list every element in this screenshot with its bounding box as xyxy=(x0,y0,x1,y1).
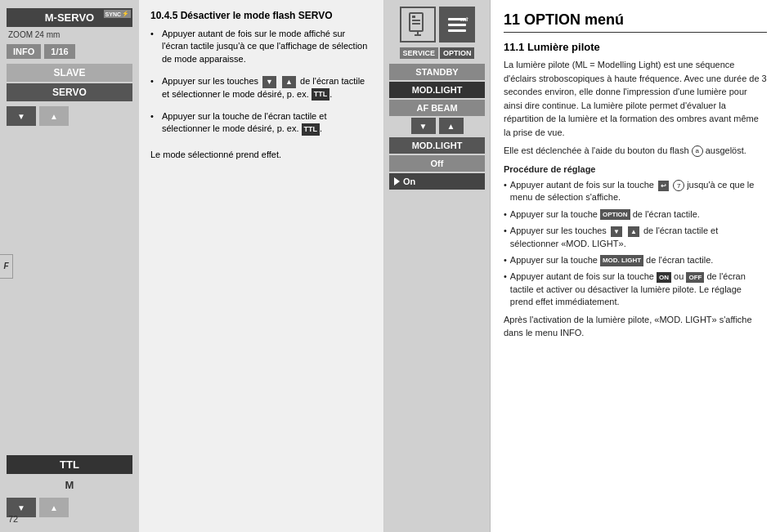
up-arrow-button-top[interactable]: ▲ xyxy=(39,106,69,126)
circle-num-flash: a xyxy=(692,145,703,157)
return-icon: ↩ xyxy=(658,181,669,191)
mod-light-header: MOD.LIGHT xyxy=(389,137,485,154)
svg-rect-0 xyxy=(410,13,423,31)
off-item[interactable]: Off xyxy=(389,155,485,172)
proc-bullet-2: • Appuyer sur la touche OPTION de l'écra… xyxy=(504,208,767,221)
ttl-tag: TTL xyxy=(312,88,330,101)
menu-up-arrow[interactable]: ▲ xyxy=(439,118,464,134)
m-label: M xyxy=(7,476,132,494)
bullet-dot-1: • xyxy=(150,28,159,65)
ttl-button[interactable]: TTL xyxy=(7,455,132,474)
footer-text: Après l'activation de la lumière pilote,… xyxy=(504,313,767,340)
zoom-label: ZOOM 24 mm xyxy=(7,30,132,39)
f-tab-label: F xyxy=(3,262,8,270)
selected-triangle xyxy=(394,177,400,186)
right-title: 11 OPTION menú xyxy=(504,11,767,33)
on-item[interactable]: On xyxy=(389,173,485,190)
body-para-1: La lumière pilote (ML = Modelling Light)… xyxy=(504,58,767,139)
menu-arrow-row: ▼ ▲ xyxy=(411,118,464,134)
down-arrow-button-top[interactable]: ▼ xyxy=(7,106,36,126)
slave-button[interactable]: SLAVE xyxy=(7,64,132,82)
svg-rect-7 xyxy=(448,24,466,26)
proc-title: Procédure de réglage xyxy=(504,163,767,177)
mode-text: Le mode sélectionné prend effet. xyxy=(150,149,372,161)
proc-dot-5: • xyxy=(504,270,507,308)
proc-dot-2: • xyxy=(504,208,507,221)
menu-icon: mift xyxy=(446,13,468,36)
standby-item[interactable]: STANDBY xyxy=(389,64,485,80)
svg-rect-2 xyxy=(412,20,420,21)
bullet-item-2: • Appuyer sur les touches ▼ ▲ de l'écran… xyxy=(150,75,372,101)
off-tag: OFF xyxy=(686,272,704,283)
menu-list: STANDBY MOD.LIGHT AF BEAM xyxy=(389,64,485,118)
option-tag: OPTION xyxy=(600,209,630,220)
svg-rect-1 xyxy=(412,16,415,18)
m-servo-label: M-SERVO xyxy=(45,11,94,24)
proc-bullet-1: • Appuyer autant de fois sur la touche ↩… xyxy=(504,179,767,204)
mod-light-item[interactable]: MOD.LIGHT xyxy=(389,82,485,98)
page-number: 72 xyxy=(8,514,18,524)
mod-light-tag: MOD. LIGHT xyxy=(600,255,643,266)
option-label: OPTION xyxy=(440,47,475,59)
bullet-item-1: • Appuyer autant de fois sur le mode aff… xyxy=(150,28,372,65)
right-body: La lumière pilote (ML = Modelling Light)… xyxy=(504,58,767,340)
bullet-dot-3: • xyxy=(150,110,159,136)
servo-button[interactable]: SERVO xyxy=(7,83,132,101)
body-para-2: Elle est déclenchée à l'aide du bouton d… xyxy=(504,144,767,158)
up-arrow-tag: ▲ xyxy=(628,226,639,237)
sync-badge: SYNC ⚡ xyxy=(104,10,131,18)
fraction-button[interactable]: 1/16 xyxy=(44,44,74,59)
proc-bullet-4: • Appuyer sur la touche MOD. LIGHT de l'… xyxy=(504,254,767,266)
middle-panel: 10.4.5 Désactiver le mode flash SERVO • … xyxy=(139,0,384,532)
left-panel: F M-SERVO SYNC ⚡ ZOOM 24 mm INFO 1/16 SL… xyxy=(0,0,139,532)
up-tag: ▲ xyxy=(282,76,296,88)
top-arrow-row: ▼ ▲ xyxy=(7,106,132,126)
svg-rect-3 xyxy=(412,23,420,25)
info-button[interactable]: INFO xyxy=(7,44,41,59)
info-row: INFO 1/16 xyxy=(7,44,132,59)
bullet-item-3: • Appuyer sur la touche de l'écran tacti… xyxy=(150,110,372,136)
m-servo-button[interactable]: M-SERVO SYNC ⚡ xyxy=(7,8,132,27)
proc-dot-3: • xyxy=(504,225,507,250)
service-label: SERVICE xyxy=(400,47,438,59)
service-option-row: SERVICE OPTION xyxy=(400,47,475,59)
on-tag: ON xyxy=(657,272,671,283)
device-icons: mift xyxy=(400,7,475,42)
flash-icon xyxy=(406,11,429,38)
down-arrow-tag: ▼ xyxy=(611,226,622,237)
svg-rect-8 xyxy=(448,29,466,32)
svg-text:mift: mift xyxy=(460,16,468,23)
proc-bullet-5: • Appuyer autant de fois sur la touche O… xyxy=(504,270,767,308)
sync-label: SYNC xyxy=(105,11,121,17)
ttl-tag-2: TTL xyxy=(302,123,321,136)
menu-down-arrow[interactable]: ▼ xyxy=(411,118,436,134)
section-title: 10.4.5 Désactiver le mode flash SERVO xyxy=(150,10,372,21)
bottom-arrow-row: ▼ ▲ xyxy=(7,498,132,517)
proc-dot-4: • xyxy=(504,254,507,266)
circle-num-7: 7 xyxy=(673,180,684,191)
proc-dot-1: • xyxy=(504,179,507,204)
right-panel: 11 OPTION menú 11.1 Lumière pilote La lu… xyxy=(491,0,780,532)
bullet-dot-2: • xyxy=(150,75,159,101)
f-tab: F xyxy=(0,254,13,279)
menu-icon-box: mift xyxy=(439,7,475,42)
right-subtitle: 11.1 Lumière pilote xyxy=(504,41,767,53)
down-tag: ▼ xyxy=(262,76,276,88)
flash-icon-box xyxy=(400,7,436,42)
lightning-icon: ⚡ xyxy=(122,11,129,17)
device-display: mift SERVICE OPTION STANDBY MOD.LIGHT AF… xyxy=(384,0,491,532)
up-arrow-button-bottom[interactable]: ▲ xyxy=(39,498,69,517)
proc-bullet-3: • Appuyer sur les touches ▼ ▲ de l'écran… xyxy=(504,225,767,250)
af-beam-item[interactable]: AF BEAM xyxy=(389,100,485,116)
